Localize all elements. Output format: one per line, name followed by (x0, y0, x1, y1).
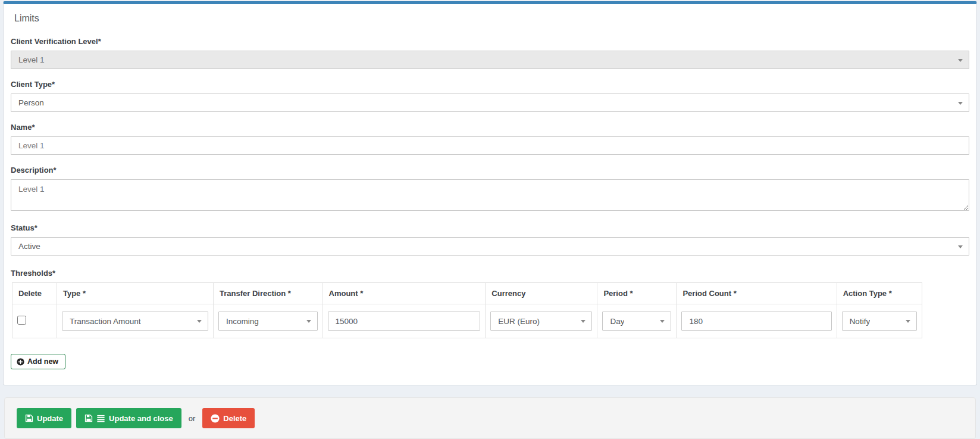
period-count-cell (677, 304, 837, 338)
chevron-down-icon (306, 320, 311, 323)
thresholds-label: Thresholds* (11, 269, 969, 278)
limits-panel: Limits Client Verification Level* Level … (3, 1, 977, 385)
col-header-period-count: Period Count * (677, 283, 837, 304)
update-and-close-label: Update and close (109, 414, 173, 423)
add-new-button[interactable]: Add new (11, 354, 65, 369)
status-label: Status* (11, 223, 969, 232)
col-header-type: Type * (57, 283, 213, 304)
or-text: or (189, 414, 196, 423)
client-verification-level-select[interactable]: Level 1 (11, 51, 969, 69)
delete-cell (12, 304, 57, 338)
client-type-label: Client Type* (11, 80, 969, 89)
update-button[interactable]: Update (17, 408, 71, 428)
chevron-down-icon (958, 245, 963, 248)
client-type-select[interactable]: Person (11, 94, 969, 112)
transfer-direction-value: Incoming (226, 317, 259, 326)
client-type-value: Person (18, 98, 44, 107)
plus-circle-icon (17, 358, 24, 366)
description-textarea[interactable]: Level 1 (11, 179, 969, 211)
description-label: Description* (11, 166, 969, 175)
type-select[interactable]: Transaction Amount (62, 312, 208, 331)
chevron-down-icon (958, 59, 963, 62)
chevron-down-icon (660, 320, 665, 323)
field-group-client-type: Client Type* Person (11, 80, 969, 112)
type-value: Transaction Amount (70, 317, 141, 326)
client-verification-level-label: Client Verification Level* (11, 37, 969, 46)
list-icon (96, 414, 105, 422)
save-icon (25, 414, 33, 422)
col-header-delete: Delete (12, 283, 57, 304)
period-cell: Day (597, 304, 677, 338)
field-group-description: Description* Level 1 (11, 166, 969, 213)
type-cell: Transaction Amount (57, 304, 213, 338)
col-header-amount: Amount * (323, 283, 486, 304)
period-value: Day (610, 317, 624, 326)
transfer-direction-select[interactable]: Incoming (218, 312, 318, 331)
add-new-label: Add new (27, 357, 58, 366)
currency-cell: EUR (Euro) (486, 304, 597, 338)
chevron-down-icon (581, 320, 586, 323)
action-type-value: Notify (850, 317, 871, 326)
field-group-status: Status* Active (11, 223, 969, 256)
amount-cell (323, 304, 486, 338)
status-value: Active (18, 242, 40, 251)
threshold-row: Transaction Amount Incoming EUR (Euro) (12, 304, 922, 338)
chevron-down-icon (906, 320, 910, 323)
status-select[interactable]: Active (11, 237, 969, 256)
chevron-down-icon (958, 102, 963, 105)
action-type-select[interactable]: Notify (842, 312, 918, 331)
currency-value: EUR (Euro) (498, 317, 540, 326)
update-label: Update (37, 414, 63, 423)
minus-circle-icon (211, 414, 220, 423)
save-icon (84, 414, 93, 422)
page-title: Limits (14, 13, 969, 24)
action-type-cell: Notify (837, 304, 922, 338)
chevron-down-icon (197, 320, 202, 323)
col-header-action-type: Action Type * (837, 283, 922, 304)
thresholds-table: Delete Type * Transfer Direction * Amoun… (12, 282, 922, 338)
amount-input[interactable] (328, 312, 481, 331)
update-and-close-button[interactable]: Update and close (76, 408, 181, 428)
field-group-client-verification-level: Client Verification Level* Level 1 (11, 37, 969, 69)
period-count-input[interactable] (681, 312, 831, 331)
col-header-period: Period * (597, 283, 677, 304)
transfer-direction-cell: Incoming (214, 304, 323, 338)
delete-label: Delete (223, 414, 246, 423)
field-group-name: Name* (11, 123, 969, 155)
footer-actions: Update Update and close or Delete (4, 397, 976, 439)
col-header-currency: Currency (486, 283, 597, 304)
currency-select[interactable]: EUR (Euro) (490, 312, 592, 331)
delete-button[interactable]: Delete (202, 408, 255, 428)
col-header-transfer-direction: Transfer Direction * (214, 283, 323, 304)
thresholds-header-row: Delete Type * Transfer Direction * Amoun… (12, 283, 922, 304)
name-label: Name* (11, 123, 969, 132)
client-verification-level-value: Level 1 (18, 55, 45, 64)
name-input[interactable] (11, 136, 969, 155)
period-select[interactable]: Day (602, 312, 671, 331)
delete-checkbox[interactable] (17, 316, 26, 325)
